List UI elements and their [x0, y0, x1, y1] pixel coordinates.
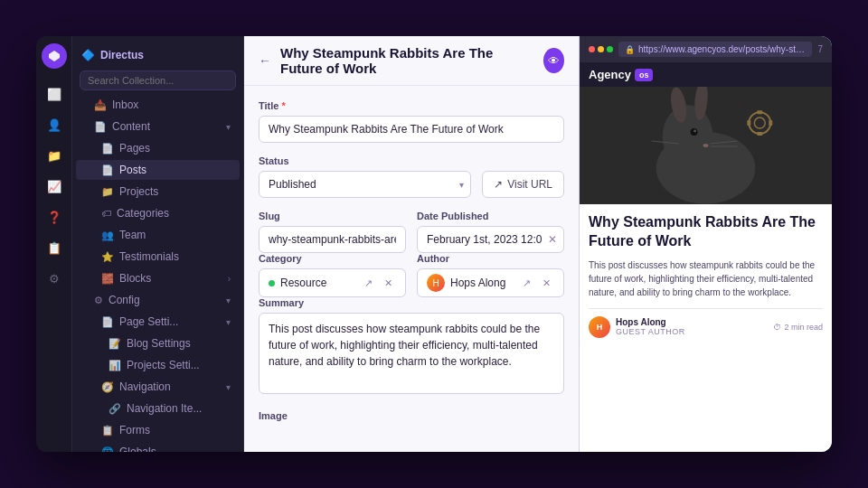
- status-row: Status Published Draft Archived ▾ ↗ Visi…: [259, 155, 564, 198]
- nav-icon-doc[interactable]: 📋: [42, 235, 67, 260]
- external-link-icon: ↗: [494, 178, 503, 191]
- app-logo[interactable]: [42, 43, 67, 69]
- author-label: Author: [417, 253, 564, 264]
- preview-content: Agency os: [580, 62, 832, 452]
- category-value: Resource: [280, 277, 354, 289]
- sidebar-item-categories[interactable]: 🏷 Categories: [76, 203, 240, 223]
- preview-author-role: GUEST AUTHOR: [616, 327, 685, 336]
- title-input[interactable]: [259, 116, 564, 143]
- sidebar-item-team[interactable]: 👥 Team: [76, 225, 240, 245]
- globals-icon: 🌐: [101, 446, 114, 453]
- forms-icon: 📋: [101, 425, 114, 436]
- date-label: Date Published: [417, 211, 564, 221]
- sidebar-item-config[interactable]: ⚙ Config ▾: [76, 290, 240, 310]
- projects-icon: 📁: [101, 186, 114, 198]
- sidebar-title: Directus: [100, 49, 144, 61]
- category-label: Category: [259, 253, 406, 264]
- chevron-down-icon: ▾: [226, 122, 231, 132]
- close-dot: [589, 46, 595, 52]
- preview-author-info: Hops Along GUEST AUTHOR: [616, 317, 685, 336]
- app-window: ⬜ 👤 📁 📈 ❓ 📋 ⚙ 🔷 Directus 📥 Inbox 📄 Conte…: [36, 36, 832, 452]
- status-label: Status: [259, 155, 471, 166]
- preview-author-row: H Hops Along GUEST AUTHOR ⏱ 2 min read: [589, 308, 823, 338]
- chevron-down-icon-2: ▾: [226, 296, 231, 305]
- slug-label: Slug: [259, 211, 406, 221]
- author-remove-button[interactable]: ✕: [538, 275, 554, 291]
- agency-os-badge: os: [635, 69, 654, 81]
- sidebar-item-content[interactable]: 📄 Content ▾: [76, 117, 240, 136]
- sidebar-item-page-settings[interactable]: 📄 Page Setti... ▾: [76, 312, 240, 332]
- browser-url-bar[interactable]: 🔒 https://www.agencyos.dev/posts/why-ste…: [618, 42, 812, 57]
- inbox-icon: 📥: [94, 99, 107, 111]
- category-field-group: Category Resource ↗ ✕: [259, 253, 406, 297]
- sidebar-item-pages[interactable]: 📄 Pages: [76, 138, 240, 158]
- svg-rect-15: [747, 120, 750, 126]
- nav-icon-help[interactable]: ❓: [42, 204, 67, 230]
- posts-icon: 📄: [101, 164, 114, 176]
- browser-lock-icon: 🔒: [625, 45, 635, 54]
- eye-icon: 👁: [548, 54, 560, 68]
- search-input[interactable]: [80, 70, 236, 90]
- summary-textarea[interactable]: This post discusses how steampunk rabbit…: [259, 313, 564, 394]
- page-settings-icon: 📄: [101, 316, 114, 328]
- nav-icon-users[interactable]: 👤: [42, 112, 67, 137]
- sidebar-item-navigation[interactable]: 🧭 Navigation ▾: [76, 377, 240, 397]
- nav-icon-settings[interactable]: ⚙: [42, 266, 67, 291]
- sidebar-item-blocks[interactable]: 🧱 Blocks ›: [76, 268, 240, 288]
- svg-rect-13: [757, 110, 762, 114]
- nav-icon-chart[interactable]: 📈: [42, 174, 67, 199]
- preview-panel: 🔒 https://www.agencyos.dev/posts/why-ste…: [579, 36, 832, 452]
- date-field-group: Date Published ✕: [417, 211, 564, 253]
- author-field[interactable]: H Hops Along ↗ ✕: [417, 268, 564, 297]
- category-field[interactable]: Resource ↗ ✕: [259, 268, 406, 297]
- status-field-group: Status Published Draft Archived ▾: [259, 155, 471, 198]
- icon-bar: ⬜ 👤 📁 📈 ❓ 📋 ⚙: [36, 36, 72, 452]
- title-label: Title *: [259, 100, 564, 111]
- blog-settings-icon: 📝: [108, 338, 121, 350]
- preview-article-title: Why Steampunk Rabbits Are The Future of …: [589, 213, 823, 251]
- back-button[interactable]: ←: [259, 53, 271, 68]
- category-author-row: Category Resource ↗ ✕ Author H Hops: [259, 253, 564, 297]
- projects-settings-icon: 📊: [108, 360, 121, 371]
- svg-rect-16: [769, 120, 772, 126]
- browser-dots: [589, 46, 613, 52]
- sidebar-item-projects-settings[interactable]: 📊 Projects Setti...: [76, 355, 240, 375]
- category-remove-button[interactable]: ✕: [380, 275, 396, 291]
- status-select[interactable]: Published Draft Archived: [259, 171, 471, 198]
- config-icon: ⚙: [94, 295, 103, 306]
- sidebar-item-testimonials[interactable]: ⭐ Testimonials: [76, 247, 240, 267]
- sidebar-item-projects[interactable]: 📁 Projects: [76, 182, 240, 202]
- sidebar-item-nav-items[interactable]: 🔗 Navigation Ite...: [76, 399, 240, 418]
- sidebar-item-blog-settings[interactable]: 📝 Blog Settings: [76, 333, 240, 353]
- chevron-down-icon-3: ▾: [226, 317, 231, 327]
- author-actions: ↗ ✕: [518, 275, 554, 291]
- date-input[interactable]: [417, 226, 564, 253]
- blocks-icon: 🧱: [101, 273, 114, 285]
- sidebar-item-forms[interactable]: 📋 Forms: [76, 420, 240, 440]
- main-form: Title * Status Published Draft Archived …: [244, 86, 579, 452]
- maximize-dot: [607, 46, 613, 52]
- sidebar-item-globals[interactable]: 🌐 Globals: [76, 442, 240, 452]
- sidebar: 🔷 Directus 📥 Inbox 📄 Content ▾ 📄 Pages 📄…: [72, 36, 244, 452]
- page-title: Why Steampunk Rabbits Are The Future of …: [280, 45, 534, 76]
- testimonials-icon: ⭐: [101, 251, 114, 263]
- author-external-link-button[interactable]: ↗: [518, 275, 534, 291]
- nav-icon-box[interactable]: ⬜: [42, 81, 67, 107]
- visit-url-button[interactable]: ↗ Visit URL: [482, 171, 564, 198]
- summary-field-group: Summary This post discusses how steampun…: [259, 297, 564, 398]
- preview-button[interactable]: 👁: [543, 48, 564, 73]
- category-external-link-button[interactable]: ↗: [360, 275, 376, 291]
- date-clear-button[interactable]: ✕: [548, 233, 557, 246]
- sidebar-item-posts[interactable]: 📄 Posts: [76, 160, 240, 180]
- slug-date-row: Slug Date Published ✕: [259, 211, 564, 253]
- chevron-right-icon: ›: [228, 274, 231, 284]
- date-input-wrap: ✕: [417, 226, 564, 253]
- svg-point-7: [703, 144, 709, 147]
- author-value: Hops Along: [450, 277, 513, 289]
- svg-point-2: [663, 105, 713, 168]
- slug-input[interactable]: [259, 226, 406, 253]
- main-content: ← Why Steampunk Rabbits Are The Future o…: [244, 36, 579, 452]
- browser-bar: 🔒 https://www.agencyos.dev/posts/why-ste…: [580, 36, 832, 62]
- nav-icon-folder[interactable]: 📁: [42, 143, 67, 168]
- sidebar-item-inbox[interactable]: 📥 Inbox: [76, 95, 240, 115]
